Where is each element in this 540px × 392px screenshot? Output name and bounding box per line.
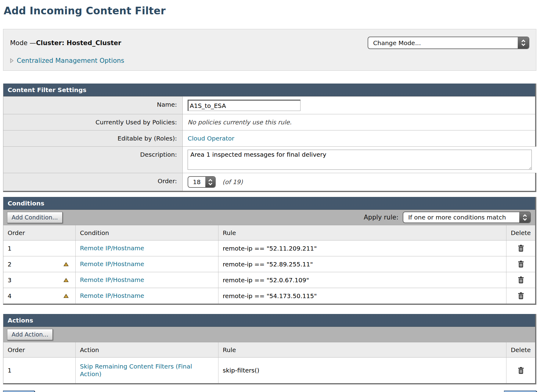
policies-value: No policies currently use this rule. <box>188 119 292 126</box>
apply-rule-label: Apply rule: <box>364 214 398 221</box>
editable-row: Editable by (Roles): Cloud Operator <box>3 130 535 146</box>
conditions-panel: Conditions Add Condition... Apply rule: … <box>3 197 536 305</box>
condition-rule: remote-ip == "52.89.255.11" <box>223 261 313 268</box>
action-rule: skip-filters() <box>223 367 259 374</box>
content-filter-settings-panel: Content Filter Settings Name: Currently … <box>3 84 536 192</box>
order-select[interactable]: 18 <box>188 176 216 188</box>
condition-rule: remote-ip == "54.173.50.115" <box>223 292 317 300</box>
content-filter-settings-header: Content Filter Settings <box>3 84 535 96</box>
policies-label: Currently Used by Policies: <box>3 114 183 130</box>
trash-icon <box>517 260 524 268</box>
apply-rule-group: Apply rule: If one or more conditions ma… <box>364 212 531 223</box>
actions-toolbar: Add Action... <box>3 327 535 342</box>
condition-link[interactable]: Remote IP/Hostname <box>80 292 144 300</box>
name-input[interactable] <box>188 100 301 111</box>
delete-action-button[interactable] <box>517 366 525 375</box>
condition-row: 2 Remote IP/Hostname remote-ip == "52.89… <box>3 256 535 272</box>
editable-value-cell: Cloud Operator <box>183 130 535 146</box>
page-title: Add Incoming Content Filter <box>4 5 536 17</box>
delete-condition-button[interactable] <box>517 291 525 300</box>
col-header-action: Action <box>76 342 218 357</box>
mode-panel: Mode —Cluster: Hosted_Cluster Change Mod… <box>3 29 536 71</box>
condition-row: 1 Remote IP/Hostname remote-ip == "52.11… <box>3 240 535 256</box>
name-label: Name: <box>3 97 183 114</box>
col-header-rule: Rule <box>218 342 506 357</box>
action-link[interactable]: Skip Remaining Content Filters (Final Ac… <box>80 363 210 378</box>
centralized-management-row: Centralized Management Options <box>10 57 529 64</box>
description-value-cell: Area 1 inspected messages for final deli… <box>183 147 537 173</box>
col-header-condition: Condition <box>76 225 218 240</box>
change-mode-select-label: Change Mode... <box>368 39 421 47</box>
add-action-button[interactable]: Add Action... <box>7 329 53 340</box>
condition-row: 3 Remote IP/Hostname remote-ip == "52.0.… <box>3 272 535 288</box>
conditions-table: Order Condition Rule Delete 1 Remote IP/… <box>3 225 535 304</box>
conditions-table-header: Order Condition Rule Delete <box>3 225 535 240</box>
order-value-cell: 18 (of 19) <box>183 173 535 191</box>
trash-icon <box>517 244 524 252</box>
condition-link[interactable]: Remote IP/Hostname <box>80 276 144 284</box>
change-mode-select[interactable]: Change Mode... <box>368 37 529 49</box>
condition-link[interactable]: Remote IP/Hostname <box>80 244 144 252</box>
col-header-delete: Delete <box>506 225 535 240</box>
add-condition-button[interactable]: Add Condition... <box>7 212 63 223</box>
cancel-button[interactable]: Cancel <box>3 390 34 392</box>
col-header-rule: Rule <box>218 225 506 240</box>
move-up-arrow-icon[interactable] <box>63 262 69 266</box>
delete-condition-button[interactable] <box>517 260 525 269</box>
cloud-operator-link[interactable]: Cloud Operator <box>188 135 234 142</box>
name-row: Name: <box>3 96 535 114</box>
order-total: (of 19) <box>222 178 243 186</box>
conditions-toolbar: Add Condition... Apply rule: If one or m… <box>3 210 535 225</box>
select-stepper-icon <box>205 177 215 187</box>
disclosure-triangle-icon[interactable] <box>10 58 14 63</box>
condition-rule: remote-ip == "52.11.209.211" <box>223 245 317 252</box>
editable-label: Editable by (Roles): <box>3 130 183 146</box>
page: Add Incoming Content Filter Mode —Cluste… <box>0 0 540 392</box>
condition-rule: remote-ip == "52.0.67.109" <box>223 276 309 284</box>
actions-header: Actions <box>3 314 535 327</box>
condition-order: 1 <box>8 245 12 252</box>
mode-text: Mode —Cluster: Hosted_Cluster <box>10 39 121 47</box>
policies-row: Currently Used by Policies: No policies … <box>3 114 535 130</box>
order-row: Order: 18 (of 19) <box>3 173 535 191</box>
order-label: Order: <box>3 173 183 191</box>
mode-row: Mode —Cluster: Hosted_Cluster Change Mod… <box>10 37 529 49</box>
actions-panel: Actions Add Action... Order Action Rule … <box>3 314 536 384</box>
actions-table-header: Order Action Rule Delete <box>3 342 535 357</box>
description-textarea[interactable]: Area 1 inspected messages for final deli… <box>188 150 532 170</box>
footer-bar: Cancel Submit <box>3 390 536 392</box>
description-row: Description: Area 1 inspected messages f… <box>3 146 535 173</box>
mode-value: Cluster: Hosted_Cluster <box>36 39 121 47</box>
col-header-order: Order <box>3 225 76 240</box>
trash-icon <box>517 292 524 300</box>
action-row: 1 Skip Remaining Content Filters (Final … <box>3 357 535 383</box>
policies-value-cell: No policies currently use this rule. <box>183 114 535 130</box>
select-stepper-icon <box>518 37 529 48</box>
delete-condition-button[interactable] <box>517 244 525 253</box>
condition-order: 4 <box>8 292 12 300</box>
col-header-delete: Delete <box>506 342 535 357</box>
description-label: Description: <box>3 147 183 173</box>
action-order: 1 <box>8 367 12 374</box>
move-up-arrow-icon[interactable] <box>63 278 69 282</box>
condition-order: 3 <box>8 276 12 284</box>
delete-condition-button[interactable] <box>517 276 525 284</box>
move-up-arrow-icon[interactable] <box>63 294 69 298</box>
centralized-management-options-link[interactable]: Centralized Management Options <box>17 57 124 64</box>
condition-link[interactable]: Remote IP/Hostname <box>80 260 144 268</box>
select-stepper-icon <box>519 212 530 223</box>
condition-row: 4 Remote IP/Hostname remote-ip == "54.17… <box>3 288 535 304</box>
order-select-value: 18 <box>188 178 205 186</box>
apply-rule-select[interactable]: If one or more conditions match <box>403 212 531 223</box>
col-header-order: Order <box>3 342 76 357</box>
trash-icon <box>517 276 524 284</box>
name-value-cell <box>183 97 535 114</box>
condition-order: 2 <box>8 261 12 268</box>
submit-button[interactable]: Submit <box>504 390 537 392</box>
conditions-header: Conditions <box>3 197 535 210</box>
apply-rule-select-label: If one or more conditions match <box>403 214 506 221</box>
mode-label: Mode — <box>10 39 36 47</box>
trash-icon <box>517 367 524 374</box>
actions-table: Order Action Rule Delete 1 Skip Remainin… <box>3 342 535 383</box>
